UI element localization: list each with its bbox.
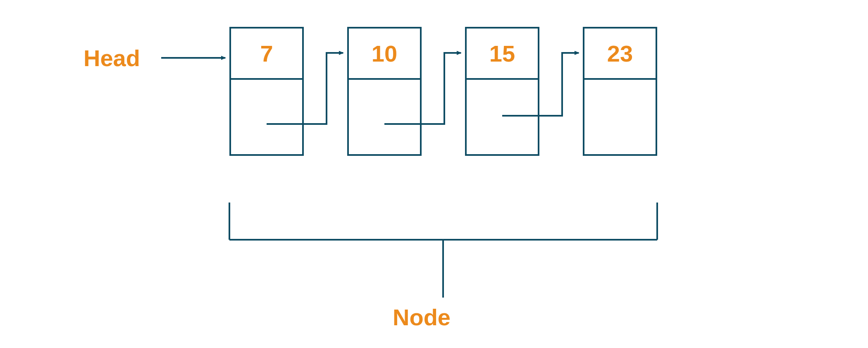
head-label: Head (83, 45, 140, 72)
node-1: 10 (347, 27, 422, 156)
node-2-value: 15 (467, 29, 538, 80)
node-0: 7 (229, 27, 304, 156)
node-0-value: 7 (231, 29, 302, 80)
node-group-label: Node (393, 304, 451, 331)
node-3: 23 (583, 27, 657, 156)
node-2-pointer (467, 80, 538, 154)
node-3-pointer (584, 80, 656, 154)
linked-list-diagram: Head 7 10 15 23 Node (0, 0, 868, 348)
node-1-pointer (349, 80, 420, 154)
node-3-value: 23 (584, 29, 656, 80)
node-2: 15 (465, 27, 539, 156)
node-1-value: 10 (349, 29, 420, 80)
node-0-pointer (231, 80, 302, 154)
